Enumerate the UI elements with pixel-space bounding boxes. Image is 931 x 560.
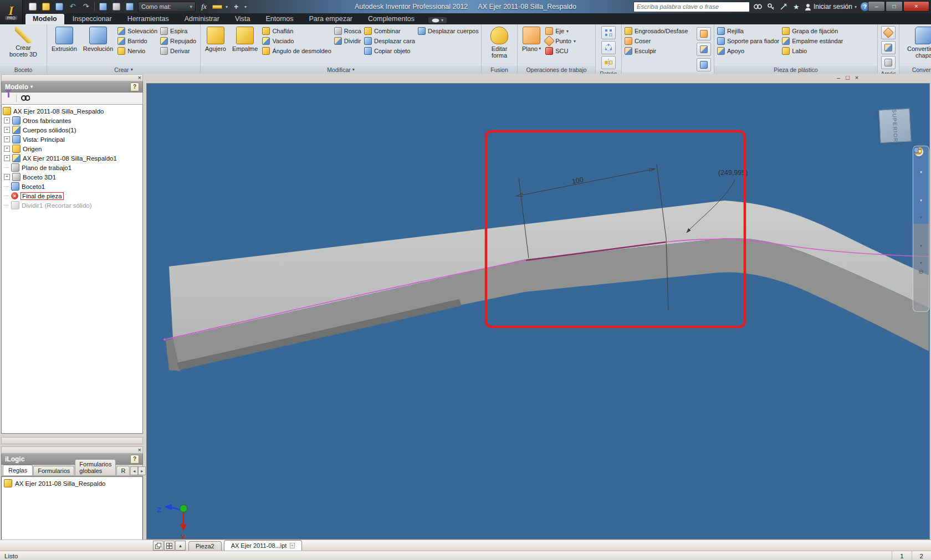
- engrosado-button[interactable]: Engrosado/Desfase: [625, 27, 688, 35]
- view-cube[interactable]: SUPERIOR: [878, 109, 911, 143]
- minimize-button[interactable]: –: [868, 1, 885, 12]
- ilogic-header[interactable]: iLogic ?: [1, 454, 143, 465]
- ribbon-display-button[interactable]: ▾: [428, 17, 447, 23]
- scroll-left-icon[interactable]: ◂: [130, 466, 138, 475]
- cascade-windows-button[interactable]: [153, 541, 163, 551]
- tree-item-dividir1[interactable]: Dividir1 (Recortar sólido): [3, 201, 141, 210]
- tile-windows-button[interactable]: [164, 541, 175, 551]
- tree-item-boceto1[interactable]: Boceto1: [3, 182, 141, 191]
- expand-plus-icon[interactable]: +: [4, 127, 10, 133]
- collapse-tabs-button[interactable]: ▴: [175, 541, 186, 551]
- empalme-button[interactable]: Empalme: [231, 26, 259, 53]
- view-cube-face-label[interactable]: SUPERIOR: [891, 109, 899, 143]
- derivar-button[interactable]: Derivar: [160, 47, 196, 55]
- find-button[interactable]: [21, 94, 30, 104]
- update-button[interactable]: [98, 2, 108, 11]
- delete-face-button[interactable]: [697, 58, 711, 71]
- tree-item-boceto-3d1[interactable]: + Boceto 3D1: [3, 172, 141, 182]
- harness-point-button[interactable]: [881, 26, 896, 39]
- tree-item-root[interactable]: AX Ejer 2011-08 Silla_Respaldo: [3, 106, 141, 116]
- reference-dimension-value[interactable]: (249,995): [718, 169, 748, 177]
- desplazar-cuerpos-button[interactable]: Desplazar cuerpos: [418, 27, 479, 35]
- panel-label-modificar[interactable]: Modificar▾: [201, 66, 481, 74]
- empalme-estandar-button[interactable]: Empalme estándar: [782, 37, 843, 45]
- copiar-objeto-button[interactable]: Copiar objeto: [364, 47, 415, 55]
- dividir-button[interactable]: Dividir: [334, 37, 361, 45]
- extrusion-button[interactable]: Extrusión: [50, 26, 79, 53]
- tab-vista[interactable]: Vista: [228, 14, 258, 24]
- punto-button[interactable]: Punto▾: [545, 37, 576, 45]
- panel-label-plastico[interactable]: Pieza de plástico: [714, 66, 877, 74]
- part-body[interactable]: [166, 201, 929, 371]
- doc-tab-silla-respaldo[interactable]: AX Ejer 2011-08...ipt ×: [224, 540, 302, 551]
- panel-label-fusion[interactable]: Fusion: [482, 66, 517, 74]
- soporte-fiador-button[interactable]: Soporte para fiador: [717, 37, 779, 45]
- tab-administrar[interactable]: Administrar: [177, 14, 227, 24]
- expand-plus-icon[interactable]: +: [4, 146, 10, 152]
- undo-button[interactable]: ↶: [68, 2, 78, 11]
- material-dropdown[interactable]: Como mat: ▾: [138, 2, 196, 12]
- browser-panel-grip[interactable]: ×: [1, 74, 143, 81]
- labio-button[interactable]: Labio: [782, 47, 843, 55]
- tree-item-cuerpos-solidos[interactable]: + Cuerpos sólidos(1): [3, 125, 141, 135]
- doc-restore-icon[interactable]: □: [846, 74, 850, 81]
- panel-splitter[interactable]: [1, 437, 143, 444]
- expand-plus-icon[interactable]: +: [4, 155, 10, 161]
- communication-center-icon[interactable]: [779, 2, 788, 11]
- ilogic-tab-r[interactable]: R: [116, 466, 130, 475]
- doc-tab-pieza2[interactable]: Pieza2: [188, 541, 222, 551]
- parameters-button[interactable]: fx: [199, 2, 209, 11]
- tree-item-otros-fabricantes[interactable]: + Otros fabricantes: [3, 116, 141, 125]
- tab-modelo[interactable]: Modelo: [25, 14, 64, 24]
- transfer-button[interactable]: [111, 2, 121, 11]
- tree-item-silla-respaldo1[interactable]: + AX Ejer 2011-08 Silla_Respaldo1: [3, 153, 141, 163]
- boundary-patch-button[interactable]: [697, 27, 711, 40]
- rosca-button[interactable]: Rosca: [334, 27, 361, 35]
- close-button[interactable]: ×: [903, 1, 929, 12]
- navbar-collapse-icon[interactable]: ⊖: [918, 266, 923, 277]
- chaflan-button[interactable]: Chaflán: [262, 27, 331, 35]
- tab-herramientas[interactable]: Herramientas: [120, 14, 176, 24]
- agujero-button[interactable]: Agujero: [203, 26, 228, 53]
- open-button[interactable]: [41, 2, 51, 11]
- create-3d-sketch-button[interactable]: Crear boceto 3D: [4, 26, 42, 58]
- coser-button[interactable]: Coser: [625, 37, 688, 45]
- add-tool-button[interactable]: +: [231, 2, 241, 11]
- nervio-button[interactable]: Nervio: [117, 47, 157, 55]
- solevacion-button[interactable]: Solevación: [117, 27, 157, 35]
- ilogic-help-button[interactable]: ?: [130, 455, 139, 464]
- filter-button[interactable]: [5, 94, 12, 104]
- browser-help-button[interactable]: ?: [130, 83, 139, 91]
- combinar-button[interactable]: Combinar: [364, 27, 415, 35]
- trim-surface-button[interactable]: [697, 43, 711, 56]
- angulo-desmoldeo-button[interactable]: Ángulo de desmoldeo: [262, 47, 331, 55]
- circular-pattern-button[interactable]: [601, 41, 616, 54]
- ilogic-panel-grip[interactable]: ×: [1, 446, 143, 454]
- scroll-right-icon[interactable]: ▸: [138, 466, 146, 475]
- navigation-bar[interactable]: × ▾ ▾ ▾: [913, 146, 929, 312]
- repujado-button[interactable]: Repujado: [160, 37, 196, 45]
- tree-item-plano-trabajo1[interactable]: Plano de trabajo1: [3, 163, 141, 172]
- apoyo-button[interactable]: Apoyo: [717, 47, 779, 55]
- ilogic-tab-formularios[interactable]: Formularios: [33, 466, 74, 475]
- viewcube-chevron-icon[interactable]: ▾: [920, 243, 922, 249]
- zoom-chevron-icon[interactable]: ▾: [920, 198, 922, 203]
- search-input[interactable]: [633, 2, 750, 12]
- tab-complementos[interactable]: Complementos: [361, 14, 422, 24]
- panel-label-boceto[interactable]: Boceto: [0, 66, 47, 74]
- barrido-button[interactable]: Barrido: [117, 37, 157, 45]
- tab-entornos[interactable]: Entornos: [258, 14, 300, 24]
- ilogic-rule-item[interactable]: AX Ejer 2011-08 Silla_Respaldo: [4, 479, 140, 487]
- dimension-value[interactable]: 100: [571, 176, 584, 186]
- visual-style-chevron-icon[interactable]: ▾: [920, 260, 922, 266]
- save-button[interactable]: [54, 2, 64, 11]
- doc-tab-close-icon[interactable]: ×: [290, 543, 295, 548]
- select-button[interactable]: [125, 2, 135, 11]
- qat-customize-chevron-icon[interactable]: ▾: [244, 4, 247, 9]
- panel-label-trabajo[interactable]: Operaciones de trabajo: [518, 66, 595, 74]
- expand-plus-icon[interactable]: +: [4, 136, 10, 142]
- restore-button[interactable]: □: [886, 1, 903, 12]
- new-file-button[interactable]: [28, 2, 38, 11]
- graphics-viewport[interactable]: 100 (249,995) Z X SUPERIOR: [146, 83, 930, 540]
- tree-item-vista-principal[interactable]: + Vista: Principal: [3, 135, 141, 144]
